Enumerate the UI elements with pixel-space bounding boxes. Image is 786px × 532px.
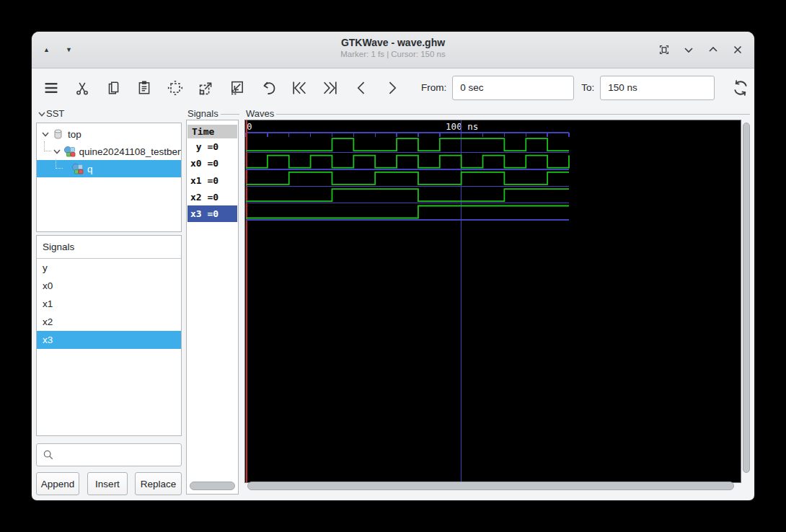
module-icon (63, 146, 76, 157)
zoom-out-icon[interactable] (228, 79, 247, 97)
toolbar: From: 0 sec To: 150 ns (32, 68, 754, 107)
expander-icon[interactable] (41, 130, 50, 138)
value-row-x1[interactable]: x1 =0 (187, 172, 237, 189)
replace-button[interactable]: Replace (135, 472, 182, 495)
to-label: To: (581, 82, 594, 93)
sst-frame-label: SST (37, 108, 175, 119)
waveform-trace-x0 (246, 156, 569, 168)
svg-text:100 ns: 100 ns (446, 121, 478, 132)
cut-icon[interactable] (73, 79, 92, 97)
from-label: From: (421, 82, 446, 93)
tree-connector (44, 141, 51, 151)
database-icon (52, 128, 64, 140)
tree-item-label: q (87, 164, 93, 174)
tree-item-q[interactable]: q (37, 160, 181, 177)
signal-list-panel: Signals y x0 x1 x2 x3 (36, 235, 182, 436)
list-item-x3[interactable]: x3 (37, 331, 181, 349)
paste-icon[interactable] (135, 79, 154, 97)
list-item-x0[interactable]: x0 (37, 277, 181, 295)
list-item-x2[interactable]: x2 (37, 313, 181, 331)
step-back-icon[interactable] (352, 79, 371, 97)
zoom-in-icon[interactable] (197, 79, 216, 97)
tree-item-label: quine20241108_testben (79, 146, 181, 157)
tree-connector (56, 159, 63, 169)
waveform-trace-y (246, 138, 569, 151)
signal-search-input[interactable] (36, 443, 182, 466)
expander-icon[interactable] (53, 147, 61, 156)
value-row-x3[interactable]: x3 =0 (187, 205, 237, 222)
values-frame-label: Signals (187, 108, 239, 119)
chevron-down-icon[interactable] (37, 110, 46, 118)
titlebar: ▲ ▼ GTKWave - wave.ghw Marker: 1 fs | Cu… (32, 32, 754, 68)
maximize-icon[interactable] (707, 43, 720, 56)
list-item-x1[interactable]: x1 (37, 295, 181, 313)
value-row-x0[interactable]: x0 =0 (187, 155, 237, 172)
value-row-y[interactable]: y =0 (187, 138, 237, 155)
waves-hscrollbar-thumb[interactable] (247, 482, 734, 490)
undo-icon[interactable] (259, 79, 278, 97)
search-icon (43, 449, 54, 461)
gtkwave-window: ▲ ▼ GTKWave - wave.ghw Marker: 1 fs | Cu… (32, 32, 754, 500)
time-header[interactable]: Time (187, 125, 237, 138)
restore-icon[interactable] (658, 43, 671, 56)
step-forward-icon[interactable] (383, 79, 402, 97)
reload-icon[interactable] (731, 79, 750, 97)
waveform-trace-x1 (246, 172, 569, 185)
to-input[interactable]: 150 ns (600, 76, 715, 100)
values-panel: Time y =0 x0 =0 x1 =0 x2 =0 x3 =0 (186, 120, 239, 495)
tree-item-module[interactable]: quine20241108_testben (37, 143, 181, 160)
insert-button[interactable]: Insert (87, 472, 128, 495)
waves-frame-label: Waves (246, 108, 750, 119)
skip-to-start-icon[interactable] (290, 79, 309, 97)
module-icon (71, 163, 84, 174)
unmaximize-icon[interactable] (682, 43, 695, 56)
list-item-y[interactable]: y (37, 259, 181, 277)
values-hscrollbar-thumb[interactable] (190, 482, 235, 490)
skip-to-end-icon[interactable] (321, 79, 340, 97)
waveform-trace-x3 (246, 206, 569, 218)
sst-tree-panel: top quine20241108_testben q (36, 123, 182, 232)
signal-list-header: Signals (37, 236, 181, 259)
window-subtitle: Marker: 1 fs | Cursor: 150 ns (32, 50, 754, 58)
from-input[interactable]: 0 sec (452, 76, 574, 100)
copy-icon[interactable] (104, 79, 123, 97)
tree-item-label: top (68, 129, 81, 140)
window-title: GTKWave - wave.ghw (32, 37, 754, 48)
waveform-trace-x2 (246, 189, 569, 201)
append-button[interactable]: Append (36, 472, 79, 495)
value-row-x2[interactable]: x2 =0 (187, 189, 237, 205)
wave-canvas[interactable]: 0100 ns (244, 120, 741, 483)
zoom-fit-icon[interactable] (166, 79, 185, 97)
svg-text:0: 0 (247, 121, 252, 132)
menu-icon[interactable] (42, 79, 61, 97)
waves-vscrollbar-thumb[interactable] (743, 123, 750, 473)
wave-canvas-svg: 0100 ns (245, 120, 741, 482)
close-icon[interactable] (731, 43, 744, 56)
tree-item-top[interactable]: top (37, 125, 181, 143)
